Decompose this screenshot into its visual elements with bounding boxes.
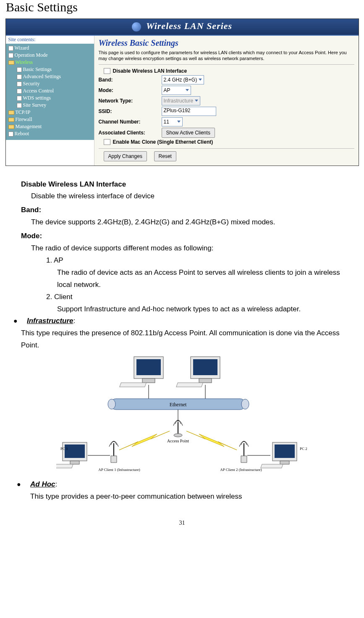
svg-marker-17 [186,431,237,450]
page-icon [17,89,22,94]
svg-rect-28 [280,461,289,464]
sidebar: Site contents: Wizard Operation Mode Wir… [6,36,94,166]
tree-firewall[interactable]: Firewall [8,116,94,123]
tree-tcpip[interactable]: TCP/IP [8,109,94,116]
mac-clone-row: Enable Mac Clone (Single Ethernet Client… [99,139,354,145]
tree-wireless[interactable]: Wireless [8,59,94,66]
svg-marker-16 [119,431,170,450]
page-icon [8,53,13,58]
ssid-input[interactable]: ZPlus-G192 [162,107,216,116]
svg-rect-27 [275,444,295,458]
disable-heading: Disable Wireless LAN Interface [21,179,343,191]
mac-clone-checkbox[interactable] [104,139,110,145]
infrastructure-heading: Infrastructure: [27,315,75,327]
page-icon [17,103,22,108]
svg-rect-2 [142,379,155,383]
main-description: This page is used to configure the param… [99,50,354,65]
channel-label: Channel Number: [99,119,162,125]
chevron-down-icon [195,100,198,102]
ap-label: Access Point [167,439,189,443]
page-icon [8,131,13,137]
folder-icon [8,60,14,65]
svg-rect-25 [56,464,73,468]
tree-security[interactable]: Security [8,80,94,87]
svg-rect-29 [260,464,283,468]
band-text: The device supports 2.4GHz(B), 2.4GHz(G)… [21,216,343,229]
svg-rect-6 [199,379,212,383]
svg-point-12 [241,399,249,409]
mode-client-num: 2. Client [21,291,343,303]
tree-wizard[interactable]: Wizard [8,45,94,52]
embedded-screenshot: Wireless LAN Series Site contents: Wizar… [5,18,359,166]
tree-advanced-settings[interactable]: Advanced Settings [8,73,94,80]
tree-access-control[interactable]: Access Control [8,87,94,95]
folder-icon [8,110,14,115]
chevron-down-icon [199,79,202,81]
svg-rect-1 [136,359,161,375]
disable-text: Disable the wireless interface of device [21,190,343,202]
ssid-label: SSID: [99,108,162,114]
mode-client-text: Support Infrastructure and Ad-hoc networ… [21,303,343,316]
main-panel: Wireless Basic Settings This page is use… [94,36,359,166]
tree-wds[interactable]: WDS settings [8,95,94,102]
tree-operation-mode[interactable]: Operation Mode [8,52,94,59]
mode-text: The radio of device supports different m… [21,242,343,255]
network-type-select: Infrastructure [162,96,201,105]
bullet-icon: ● [13,315,20,326]
svg-point-11 [108,399,115,409]
pc2-label: PC 2 [300,447,307,451]
disable-wireless-checkbox[interactable] [104,68,110,74]
page-number: 31 [4,520,360,531]
chevron-down-icon [186,89,189,91]
page-icon [17,82,22,87]
band-heading: Band: [21,204,343,216]
apply-button[interactable]: Apply Changes [104,151,147,161]
svg-rect-3 [119,383,146,387]
mode-select[interactable]: AP [162,86,191,95]
channel-select[interactable]: 11 [162,117,183,126]
document-body: Disable Wireless LAN Interface Disable t… [21,179,343,352]
mac-clone-label: Enable Mac Clone (Single Ethernet Client… [113,139,213,145]
band-select[interactable]: 2.4 GHz (B+G) [162,75,204,84]
infrastructure-text: This type requires the presence of 802.1… [21,327,343,352]
apc2-label: AP Client 2 (Infrastructure) [220,468,262,472]
page-icon [17,74,22,79]
logo-icon [132,22,141,32]
ethernet-label: Ethernet [169,402,186,408]
tree-basic-settings[interactable]: Basic Settings [8,66,94,73]
assoc-clients-label: Associated Clients: [99,130,162,136]
main-heading: Wireless Basic Settings [99,38,354,48]
infrastructure-diagram: Ethernet Access Point AP Client 1 (Inf [56,353,308,475]
show-active-clients-button[interactable]: Show Active Clients [162,128,215,138]
mode-heading: Mode: [21,230,343,242]
page-icon [8,46,13,51]
mode-ap-text: The radio of device acts as an Access Po… [21,267,343,291]
window-banner: Wireless LAN Series [6,19,359,36]
chevron-down-icon [177,121,181,123]
bullet-icon: ● [17,479,24,490]
svg-rect-7 [176,383,203,387]
buttons-row: Apply Changes Reset [99,148,354,161]
apc1-label: AP Client 1 (Infrastructure) [98,468,140,472]
band-label: Band: [99,77,162,83]
page-icon [17,96,22,101]
svg-rect-5 [193,359,217,375]
tree-management[interactable]: Management [8,123,94,130]
tree-reboot[interactable]: Reboot [8,130,94,137]
tree-site-survey[interactable]: Site Survey [8,102,94,109]
page-title: Basic Settings [4,0,360,14]
folder-icon [8,118,14,122]
banner-text: Wireless LAN Series [146,21,232,31]
disable-wireless-row: Disable Wireless LAN Interface [99,68,354,74]
mode-ap-num: 1. AP [21,255,343,267]
sidebar-title: Site contents: [6,36,94,44]
pc1-label: PC 1 [60,447,68,451]
svg-rect-24 [70,461,79,464]
network-type-label: Network Type: [99,98,162,104]
adhoc-text: This type provides a peer-to-peer commun… [17,491,356,503]
nav-tree: Wizard Operation Mode Wireless Basic Set… [6,44,94,140]
mode-label: Mode: [99,87,162,93]
reset-button[interactable]: Reset [154,151,176,161]
adhoc-heading: Ad Hoc: [30,479,57,491]
page-icon [17,67,22,72]
